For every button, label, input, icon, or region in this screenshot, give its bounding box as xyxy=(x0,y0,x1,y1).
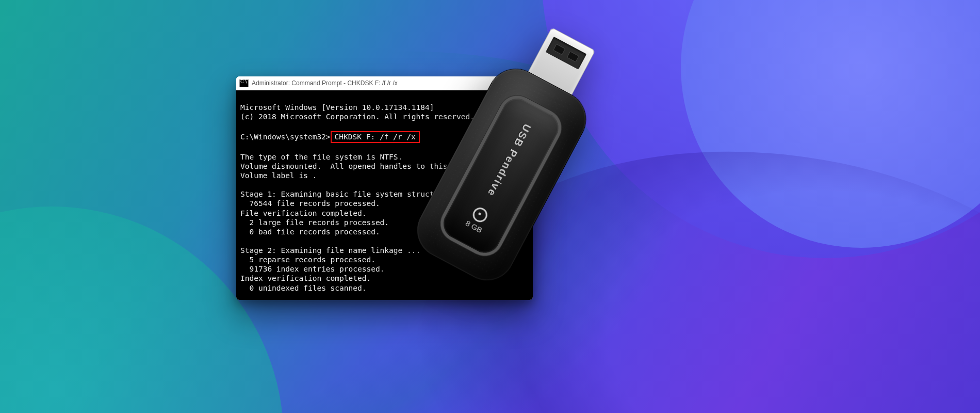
terminal-line: 76544 file records processed. xyxy=(240,199,380,208)
terminal-line: File verification completed. xyxy=(240,209,366,217)
window-title: Administrator: Command Prompt - CHKDSK F… xyxy=(252,80,398,87)
terminal-line: The type of the file system is NTFS. xyxy=(240,153,402,161)
terminal-prompt: C:\Windows\system32> xyxy=(240,133,331,141)
terminal-line: 0 bad file records processed. xyxy=(240,228,380,236)
terminal-line: (c) 2018 Microsoft Corporation. All righ… xyxy=(240,113,475,121)
terminal-line: 2 large file records processed. xyxy=(240,218,389,227)
terminal-line: 0 unindexed files scanned. xyxy=(240,284,366,292)
terminal-line: Microsoft Windows [Version 10.0.17134.11… xyxy=(240,103,434,112)
terminal-line: Index verification completed. xyxy=(240,274,371,282)
terminal-line: Stage 2: Examining file name linkage ... xyxy=(240,246,420,255)
cmd-icon xyxy=(239,80,249,87)
terminal-line: Volume label is . xyxy=(240,171,317,180)
highlighted-command: CHKDSK F: /f /r /x xyxy=(331,131,420,143)
terminal-line: 5 reparse records processed. xyxy=(240,256,375,264)
terminal-line: 91736 index entries processed. xyxy=(240,265,384,273)
